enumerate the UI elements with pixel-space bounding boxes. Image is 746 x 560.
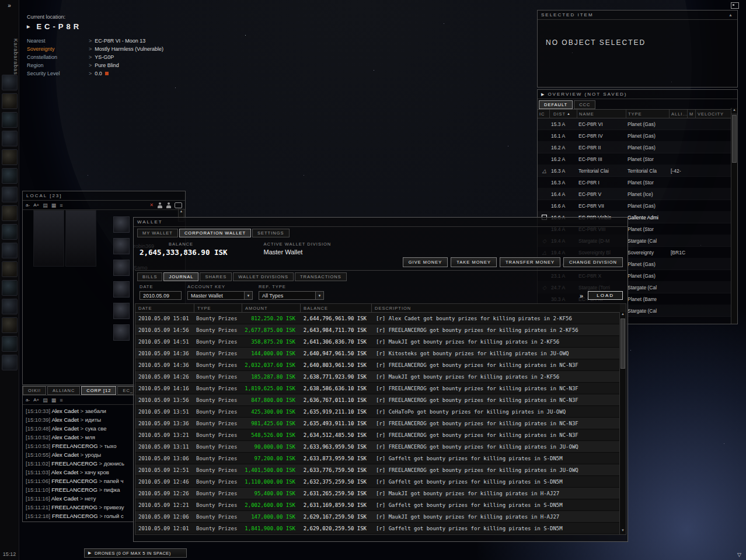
location-value[interactable]: 0.0: [95, 71, 109, 76]
journal-row[interactable]: 2010.05.09 13:06 Bounty Prizes 97,200.00…: [135, 453, 620, 464]
journal-row[interactable]: 2010.05.09 13:11 Bounty Prizes 90,000.00…: [135, 441, 620, 453]
ref-type-select[interactable]: All Types ▼: [259, 291, 324, 300]
chevron-up-icon[interactable]: ▲: [728, 13, 734, 17]
pilot-portrait-large[interactable]: [33, 210, 64, 267]
chat-tab[interactable]: ALLIANC: [47, 386, 80, 395]
journal-row[interactable]: 2010.05.09 15:01 Bounty Prizes 812,250.2…: [135, 313, 620, 324]
overview-tab[interactable]: CCC: [574, 100, 595, 109]
message-author[interactable]: Alex Cadet: [51, 434, 78, 440]
account-key-select[interactable]: Master Wallet ▼: [187, 291, 253, 300]
science-icon[interactable]: [2, 261, 18, 277]
member-icon[interactable]: [157, 202, 162, 208]
inventory-icon[interactable]: [2, 168, 18, 184]
location-value[interactable]: EC-P8R VI - Moon 13: [95, 38, 145, 44]
message-author[interactable]: Alex Cadet: [51, 416, 78, 423]
journal-row[interactable]: 2010.05.09 14:36 Bounty Prizes 144,000.0…: [135, 348, 620, 359]
mail-icon[interactable]: [2, 112, 18, 128]
expand-arrow-icon[interactable]: ▽: [737, 552, 741, 558]
scroll-up-icon[interactable]: ▲: [620, 312, 626, 318]
journal-row[interactable]: 2010.05.09 14:16 Bounty Prizes 1,819,625…: [135, 383, 620, 394]
message-author[interactable]: Alex Cadet: [51, 469, 78, 475]
corporation-icon[interactable]: [2, 280, 18, 296]
message-author[interactable]: Alex Cadet: [51, 425, 78, 432]
journal-scrollbar[interactable]: ▲ ▼: [619, 312, 626, 534]
overview-row[interactable]: 16.2 A EC-P8R II Planet (Gas): [538, 142, 731, 153]
message-author[interactable]: FREELANCEROG: [52, 443, 98, 449]
overview-tab[interactable]: DEFAULT: [539, 100, 573, 109]
column-type[interactable]: TYPE: [626, 110, 669, 118]
clock[interactable]: 15:12: [0, 551, 19, 557]
overview-row[interactable]: 16.6 A EC-P8R VII Planet (Gas): [538, 200, 731, 212]
wallet-action-button[interactable]: GIVE MONEY: [403, 257, 448, 267]
overview-row[interactable]: 16.2 A EC-P8R III Planet (Stor: [538, 153, 731, 165]
channels-icon[interactable]: [2, 131, 18, 146]
column-m[interactable]: M: [687, 110, 695, 118]
help-icon[interactable]: [2, 355, 18, 370]
member-portrait[interactable]: [113, 216, 130, 233]
column-velocity[interactable]: VELOCITY: [695, 110, 731, 118]
wallet-subtab[interactable]: BILLS: [137, 272, 162, 281]
speech-bubble-icon[interactable]: [175, 202, 182, 208]
chevron-down-icon[interactable]: ▼: [315, 292, 323, 299]
overview-scrollbar[interactable]: ▲: [731, 108, 737, 324]
journal-row[interactable]: 2010.05.09 13:36 Bounty Prizes 981,425.6…: [135, 418, 620, 429]
column-amount[interactable]: AMOUNT: [242, 304, 300, 312]
grid-view-icon[interactable]: ▦: [51, 202, 57, 208]
journal-row[interactable]: 2010.05.09 13:21 Bounty Prizes 548,526.0…: [135, 429, 620, 441]
overview-row[interactable]: 15.3 A EC-P8R VI Planet (Gas): [538, 118, 731, 130]
wallet-action-button[interactable]: TAKE MONEY: [451, 257, 497, 267]
member-portrait[interactable]: [113, 281, 130, 298]
pilot-portrait-large[interactable]: [65, 210, 96, 267]
column-description[interactable]: DESCRIPTION: [371, 304, 620, 312]
fitting-icon[interactable]: [2, 149, 18, 165]
location-value[interactable]: Pure Blind: [95, 62, 119, 68]
drones-bar[interactable]: ▶ DRONES (0 OF MAX 5 IN SPACE): [84, 548, 187, 558]
wallet-titlebar[interactable]: WALLET: [134, 218, 628, 227]
wallet-subtab[interactable]: WALLET DIVISIONS: [233, 272, 294, 281]
wallet-subtab[interactable]: TRANSACTIONS: [295, 272, 347, 281]
overview-row[interactable]: 16.1 A EC-P8R IV Planet (Gas): [538, 130, 731, 142]
font-increase-button[interactable]: A+: [33, 397, 39, 402]
journal-row[interactable]: 2010.05.09 13:56 Bounty Prizes 847,800.0…: [135, 394, 620, 406]
message-author[interactable]: FREELANCEROG: [51, 460, 97, 467]
message-author[interactable]: FREELANCEROG: [52, 513, 98, 519]
map-icon[interactable]: [2, 243, 18, 258]
chat-tab[interactable]: OIKI!: [23, 386, 46, 395]
column-balance[interactable]: BALANCE: [300, 304, 371, 312]
location-value[interactable]: YS-G0P: [95, 54, 114, 60]
member-portrait[interactable]: [113, 260, 130, 276]
wallet-action-button[interactable]: CHANGE DIVISION: [563, 257, 623, 267]
journal-row[interactable]: 2010.05.09 12:51 Bounty Prizes 1,401,500…: [135, 464, 620, 476]
list-view-icon[interactable]: ▤: [43, 397, 48, 403]
journal-row[interactable]: 2010.05.09 12:21 Bounty Prizes 2,002,600…: [135, 499, 620, 511]
chevron-down-icon[interactable]: ▼: [244, 292, 252, 299]
overview-row[interactable]: 16.3 A EC-P8R I Planet (Stor: [538, 177, 731, 188]
column-dist[interactable]: DIST▲: [549, 110, 577, 118]
wallet-subtab[interactable]: SHARES: [200, 272, 232, 281]
market-icon[interactable]: [2, 224, 18, 240]
wallet-tab[interactable]: CORPORATION WALLET: [179, 229, 251, 237]
overview-titlebar[interactable]: ▶ OVERVIEW (NOT SAVED): [538, 90, 737, 99]
members-icon[interactable]: [166, 202, 171, 208]
scroll-down-icon[interactable]: ▼: [620, 528, 626, 534]
font-increase-button[interactable]: A+: [33, 202, 39, 208]
message-author[interactable]: FREELANCEROG: [51, 487, 97, 493]
journal-row[interactable]: 2010.05.09 13:51 Bounty Prizes 425,300.0…: [135, 406, 620, 418]
member-portrait[interactable]: [113, 238, 130, 254]
people-places-icon[interactable]: [2, 317, 18, 333]
column-alliance[interactable]: ALLI...: [669, 110, 687, 118]
member-portrait[interactable]: [113, 303, 130, 319]
character-icon[interactable]: [2, 75, 18, 90]
date-input[interactable]: 2010.05.09: [140, 291, 182, 300]
column-date[interactable]: DATE: [135, 304, 194, 312]
scrollbar-thumb[interactable]: [620, 318, 625, 369]
message-author[interactable]: Alex Cadet: [51, 495, 78, 502]
list-view-icon[interactable]: ▤: [43, 202, 48, 208]
wallet-tab[interactable]: MY WALLET: [137, 229, 178, 237]
wallet-icon[interactable]: [2, 205, 18, 221]
message-author[interactable]: FREELANCEROG: [51, 478, 97, 484]
journal-icon[interactable]: [2, 187, 18, 202]
journal-row[interactable]: 2010.05.09 14:56 Bounty Prizes 2,677,875…: [135, 324, 620, 336]
chat-tab[interactable]: CORP [12: [81, 386, 116, 395]
font-decrease-button[interactable]: a-: [26, 202, 30, 208]
